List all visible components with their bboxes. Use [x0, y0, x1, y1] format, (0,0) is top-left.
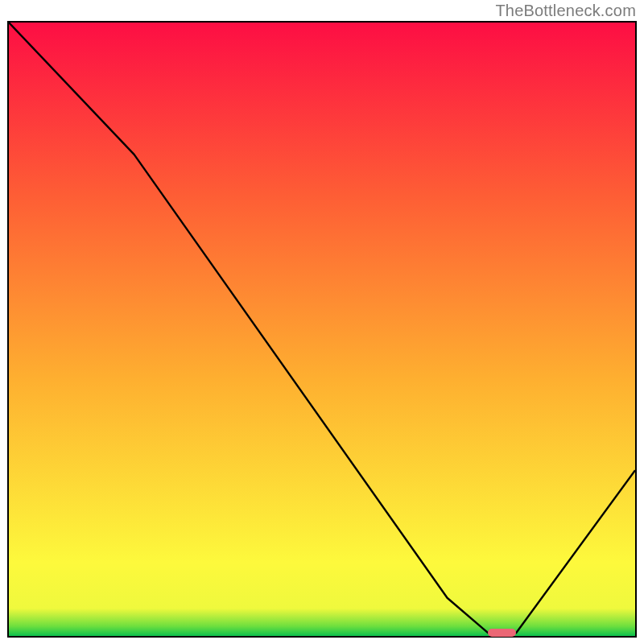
chart-frame [7, 21, 637, 638]
watermark-text: TheBottleneck.com [495, 2, 636, 20]
chart-optimum-marker [488, 629, 516, 637]
chart-line [9, 23, 635, 636]
